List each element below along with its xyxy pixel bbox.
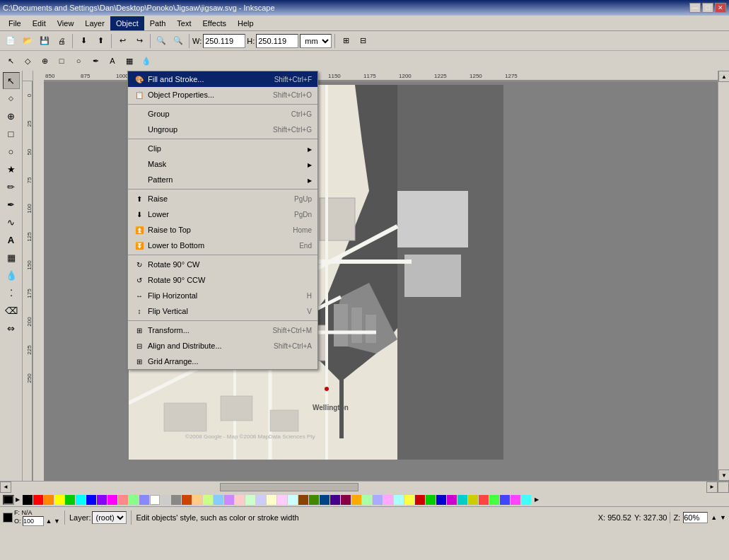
tool-gradient[interactable]: ▦ xyxy=(3,249,20,266)
color-black[interactable] xyxy=(23,495,33,505)
color-light-blue[interactable] xyxy=(139,495,149,505)
unit-select[interactable]: mm px in xyxy=(300,34,332,48)
color-dgreen[interactable] xyxy=(426,495,436,505)
color-cream[interactable] xyxy=(267,495,276,505)
ellipse-tool[interactable]: ○ xyxy=(71,53,86,69)
color-light-green[interactable] xyxy=(129,495,139,505)
menu-mask[interactable]: Mask xyxy=(128,156,317,172)
color-mint[interactable] xyxy=(245,495,255,505)
zoom-tool[interactable]: ⊕ xyxy=(37,53,52,69)
gradient-tool[interactable]: ▦ xyxy=(122,53,137,69)
color-coral[interactable] xyxy=(479,495,489,505)
color-red[interactable] xyxy=(33,495,43,505)
palette-right-btn[interactable]: ▶ xyxy=(531,494,542,506)
menu-rotate-cw[interactable]: ↻ Rotate 90° CW xyxy=(128,257,317,272)
color-light-red[interactable] xyxy=(118,495,128,505)
color-bmagenta[interactable] xyxy=(511,495,520,505)
height-input[interactable] xyxy=(256,34,298,48)
color-dbrown[interactable] xyxy=(298,495,308,505)
menu-raise-top[interactable]: ⏫ Raise to Top Home xyxy=(128,222,317,238)
color-brown[interactable] xyxy=(182,495,192,505)
color-dmagenta[interactable] xyxy=(447,495,457,505)
color-ltgreen[interactable] xyxy=(362,495,372,505)
color-olive[interactable] xyxy=(309,495,319,505)
menu-object[interactable]: Object xyxy=(110,16,144,30)
close-button[interactable]: ✕ xyxy=(715,3,726,13)
import-button[interactable]: ⬇ xyxy=(76,33,91,49)
open-button[interactable]: 📂 xyxy=(20,33,35,49)
color-dred[interactable] xyxy=(415,495,425,505)
color-bgreen[interactable] xyxy=(489,495,499,505)
menu-align[interactable]: ⊟ Align and Distribute... Shift+Ctrl+A xyxy=(128,338,317,354)
color-ltcyan2[interactable] xyxy=(394,495,404,505)
menu-fill-stroke[interactable]: 🎨 Fill and Stroke... Shift+Ctrl+F xyxy=(128,71,317,87)
color-white[interactable] xyxy=(150,495,160,505)
color-periwinkle[interactable] xyxy=(256,495,266,505)
color-gray[interactable] xyxy=(171,495,181,505)
dropper-tool[interactable]: 💧 xyxy=(139,53,154,69)
menu-pattern[interactable]: Pattern xyxy=(128,172,317,187)
tool-dropper[interactable]: 💧 xyxy=(3,267,20,284)
tool-select[interactable]: ↖ xyxy=(3,72,20,89)
color-arrow[interactable]: ▶ xyxy=(16,495,20,505)
undo-button[interactable]: ↩ xyxy=(115,33,130,49)
tool-star[interactable]: ★ xyxy=(3,161,20,177)
menu-help[interactable]: Help xyxy=(232,16,259,30)
tool-text[interactable]: A xyxy=(3,231,20,248)
menu-flip-h[interactable]: ↔ Flip Horizontal H xyxy=(128,288,317,303)
color-green[interactable] xyxy=(65,495,75,505)
scroll-left-button[interactable]: ◄ xyxy=(0,482,11,493)
color-dblue[interactable] xyxy=(436,495,446,505)
menu-path[interactable]: Path xyxy=(144,16,172,30)
color-cyan[interactable] xyxy=(76,495,86,505)
text-tool[interactable]: A xyxy=(105,53,120,69)
menu-effects[interactable]: Effects xyxy=(197,16,232,30)
export-button[interactable]: ⬆ xyxy=(93,33,108,49)
color-ltblue2[interactable] xyxy=(373,495,383,505)
rect-tool[interactable]: □ xyxy=(54,53,69,69)
menu-clip[interactable]: Clip xyxy=(128,141,317,156)
tool-pen[interactable]: ✒ xyxy=(3,196,20,213)
menu-layer[interactable]: Layer xyxy=(79,16,110,30)
color-pink[interactable] xyxy=(277,495,287,505)
align-button[interactable]: ⊞ xyxy=(338,33,354,49)
width-input[interactable] xyxy=(203,34,245,48)
pen-tool[interactable]: ✒ xyxy=(88,53,103,69)
color-btyellow[interactable] xyxy=(404,495,414,505)
zoom-in-button[interactable]: 🔍 xyxy=(153,33,169,49)
color-yellow[interactable] xyxy=(54,495,64,505)
scroll-track-v[interactable] xyxy=(718,82,729,469)
color-btcyan[interactable] xyxy=(521,495,531,505)
menu-group[interactable]: Group Ctrl+G xyxy=(128,106,317,122)
menu-rotate-ccw[interactable]: ↺ Rotate 90° CCW xyxy=(128,272,317,288)
zoom-input[interactable] xyxy=(683,512,708,523)
menu-transform[interactable]: ⊞ Transform... Shift+Ctrl+M xyxy=(128,322,317,338)
tool-calligraphy[interactable]: ∿ xyxy=(3,214,20,231)
node-tool[interactable]: ◇ xyxy=(20,53,35,69)
opacity-input[interactable] xyxy=(23,516,44,526)
tool-eraser[interactable]: ⌫ xyxy=(3,302,20,319)
menu-lower-bottom[interactable]: ⏬ Lower to Bottom End xyxy=(128,238,317,253)
color-purple[interactable] xyxy=(97,495,107,505)
color-blue[interactable] xyxy=(86,495,96,505)
color-dolive[interactable] xyxy=(468,495,478,505)
menu-file[interactable]: File xyxy=(3,16,27,30)
select-tool[interactable]: ↖ xyxy=(3,53,18,69)
color-ltcyan[interactable] xyxy=(288,495,298,505)
color-gold[interactable] xyxy=(351,495,361,505)
zoom-up-btn[interactable]: ▲ xyxy=(711,514,717,521)
opacity-dn[interactable]: ▼ xyxy=(54,518,60,525)
tool-spray[interactable]: ⁚ xyxy=(3,284,20,301)
transform-button[interactable]: ⊟ xyxy=(355,33,371,49)
stroke-color-swatch[interactable] xyxy=(3,495,14,505)
print-button[interactable]: 🖨 xyxy=(54,33,69,49)
scroll-track-h[interactable] xyxy=(11,482,706,493)
save-button[interactable]: 💾 xyxy=(37,33,52,49)
color-bblue[interactable] xyxy=(500,495,510,505)
redo-button[interactable]: ↪ xyxy=(132,33,147,49)
color-dteal[interactable] xyxy=(457,495,467,505)
scroll-thumb-h[interactable] xyxy=(220,483,359,491)
menu-flip-v[interactable]: ↕ Flip Vertical V xyxy=(128,303,317,319)
menu-edit[interactable]: Edit xyxy=(27,16,52,30)
color-peach[interactable] xyxy=(192,495,202,505)
